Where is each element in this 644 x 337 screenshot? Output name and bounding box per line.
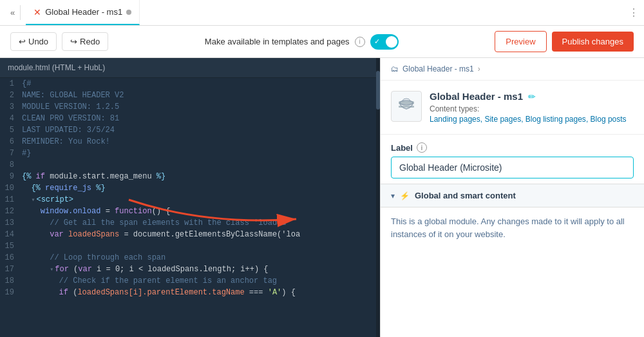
table-row: 18 // Check if the parent element is an … [0,275,380,287]
back-button[interactable]: « [5,5,21,20]
module-details: Global Header - ms1 ✏ Content types: Lan… [430,91,634,124]
table-row: 8 [0,159,380,171]
content-types-label: Content types: [430,104,634,113]
table-row: 16 // Loop through each span [0,252,380,264]
toggle-label: Make available in templates and pages [205,37,350,46]
table-row: 15 [0,240,380,252]
line-num: 17 [0,264,19,275]
line-code: var loadedSpans = document.getElementsBy… [19,229,380,240]
main-layout: module.html (HTML + HubL) 1 {# 2 NAME: G… [0,58,644,337]
module-info: Global Header - ms1 ✏ Content types: Lan… [381,81,644,135]
breadcrumb-icon: 🗂 [391,64,399,73]
line-code: #} [19,148,380,159]
undo-label: Undo [28,37,48,46]
tab-close-icon: ✕ [33,7,41,17]
redo-button[interactable]: ↪ Redo [62,32,108,51]
line-code: {% require_js %} [19,182,380,194]
content-type-landing[interactable]: Landing pages [430,115,480,124]
tab-overflow-button[interactable]: ⋮ [629,6,639,19]
preview-button[interactable]: Preview [495,31,546,52]
table-row: 7 #} [0,148,380,159]
label-section: Label i [381,135,644,184]
file-name: module.html (HTML + HubL) [8,63,105,72]
label-row: Label i [391,142,634,153]
toggle-check-icon: ✓ [374,37,380,46]
back-icon: « [10,8,15,17]
line-num: 11 [0,194,19,206]
smart-content-section-header[interactable]: ▾ ⚡ Global and smart content [381,184,644,207]
line-code: // Check if the parent element is an anc… [19,275,380,287]
table-row: 6 REMINDER: You Rock! [0,136,380,148]
content-type-site[interactable]: Site pages [484,115,521,124]
toolbar: ↩ Undo ↪ Redo Make available in template… [0,26,644,58]
content-type-blog-posts[interactable]: Blog posts [591,115,627,124]
line-code: // Get all the span elements with the cl… [19,217,380,229]
line-num: 4 [0,113,19,124]
line-num: 15 [0,240,19,252]
line-num: 10 [0,182,19,194]
toggle-switch[interactable]: ✓ [370,34,399,50]
line-code: if (loadedSpans[i].parentElement.tagName… [19,287,380,298]
scrollbar-thumb[interactable] [376,71,380,110]
line-code: {% if module.start.mega_menu %} [19,171,380,182]
tab-title: Global Header - ms1 [45,7,122,17]
line-code: ▾for (var i = 0; i < loadedSpans.length;… [19,264,380,275]
tab-unsaved-dot [126,10,131,15]
line-num: 2 [0,90,19,101]
line-num: 12 [0,206,19,217]
table-row: 17 ▾for (var i = 0; i < loadedSpans.leng… [0,264,380,275]
line-code: {# [19,78,380,90]
tab-item[interactable]: ✕ Global Header - ms1 [26,0,140,25]
table-row: 11 ▾<script> [0,194,380,206]
smart-content-body: This is a global module. Any changes mad… [381,207,644,248]
module-icon [391,91,422,122]
line-num: 6 [0,136,19,148]
table-row: 10 {% require_js %} [0,182,380,194]
module-title-row: Global Header - ms1 ✏ [430,91,634,102]
line-code: ▾<script> [19,194,380,206]
line-num: 19 [0,287,19,298]
code-table: 1 {# 2 NAME: GLOBAL HEADER V2 3 MODULE V… [0,78,380,298]
line-num: 18 [0,275,19,287]
table-row: 13 // Get all the span elements with the… [0,217,380,229]
breadcrumb-label[interactable]: Global Header - ms1 [402,64,474,73]
label-title: Label [391,143,413,153]
line-num: 3 [0,101,19,113]
label-input[interactable] [391,157,634,178]
code-panel: module.html (HTML + HubL) 1 {# 2 NAME: G… [0,58,380,337]
redo-icon: ↪ [70,37,77,46]
edit-icon[interactable]: ✏ [528,91,536,102]
smart-content-title: Global and smart content [415,191,516,200]
line-code: CLEAN PRO VERSION: 81 [19,113,380,124]
table-row: 9 {% if module.start.mega_menu %} [0,171,380,182]
undo-button[interactable]: ↩ Undo [10,32,57,51]
table-row: 1 {# [0,78,380,90]
line-num: 1 [0,78,19,90]
info-icon[interactable]: i [355,37,365,47]
line-num: 7 [0,148,19,159]
line-code: // Loop through each span [19,252,380,264]
code-panel-header: module.html (HTML + HubL) [0,58,380,78]
content-type-blog-listing[interactable]: Blog listing pages [526,115,586,124]
label-info-icon[interactable]: i [417,142,427,153]
smart-content-text: This is a global module. Any changes mad… [391,217,625,239]
table-row: 3 MODULE VERSION: 1.2.5 [0,101,380,113]
table-row: 2 NAME: GLOBAL HEADER V2 [0,90,380,101]
toolbar-center: Make available in templates and pages i … [113,34,489,50]
line-code: NAME: GLOBAL HEADER V2 [19,90,380,101]
section-chevron-icon: ▾ [391,191,395,200]
code-body[interactable]: 1 {# 2 NAME: GLOBAL HEADER V2 3 MODULE V… [0,78,380,336]
scrollbar-track[interactable] [376,58,380,337]
redo-label: Redo [80,37,100,46]
publish-button[interactable]: Publish changes [552,32,634,52]
content-types-links: Landing pages, Site pages, Blog listing … [430,115,634,124]
line-code [19,240,380,252]
table-row: 12 window.onload = function() { [0,206,380,217]
table-row: 14 var loadedSpans = document.getElement… [0,229,380,240]
toggle-knob [386,36,397,48]
line-code: MODULE VERSION: 1.2.5 [19,101,380,113]
line-num: 5 [0,124,19,136]
table-row: 4 CLEAN PRO VERSION: 81 [0,113,380,124]
line-num: 13 [0,217,19,229]
breadcrumb-chevron: › [478,64,480,73]
